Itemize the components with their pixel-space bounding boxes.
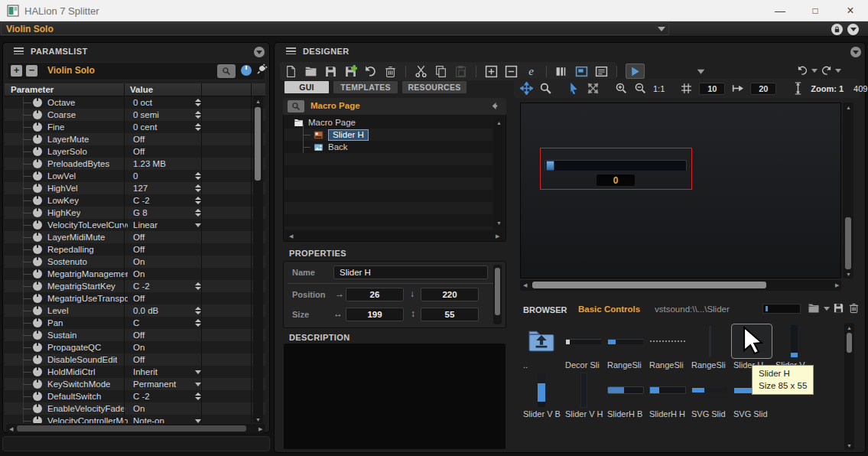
parameter-value[interactable]: On	[133, 268, 145, 280]
stepper-icon[interactable]	[195, 123, 201, 131]
parameter-value[interactable]: Permanent	[133, 378, 176, 390]
browser-scrollbar-thumb[interactable]	[847, 333, 852, 353]
parameter-value[interactable]: Off	[133, 292, 145, 305]
browser-item[interactable]: Slider V H	[564, 373, 606, 419]
canvas-tool-button[interactable]: 1:1	[653, 84, 665, 93]
tree-horizontal-scrollbar[interactable]	[286, 231, 503, 240]
canvas-tool-button[interactable]	[520, 82, 533, 95]
parameter-value[interactable]: Off	[133, 243, 145, 256]
parameter-value[interactable]: 0 oct	[133, 96, 152, 109]
scroll-up-icon[interactable]: ▲	[847, 325, 852, 331]
tab[interactable]: TEMPLATES	[333, 81, 398, 93]
parameter-value[interactable]: Off	[133, 145, 145, 158]
toolbar-button[interactable]	[434, 65, 447, 78]
table-row[interactable]: Pan C	[5, 317, 265, 329]
canvas-tool-button[interactable]	[680, 82, 693, 95]
parameter-value[interactable]: C -2	[133, 390, 150, 402]
tree-vertical-scrollbar[interactable]	[494, 118, 503, 228]
canvas-tool-button[interactable]	[567, 82, 580, 95]
save-icon[interactable]	[833, 302, 844, 314]
position-x-field[interactable]: 26	[346, 288, 404, 301]
table-row[interactable]: HighVel 127	[5, 182, 265, 194]
table-row[interactable]: HoldMidiCtrl Inherit	[5, 366, 265, 378]
tool-value-input[interactable]: 10	[699, 83, 725, 95]
size-height-field[interactable]: 55	[421, 308, 479, 321]
thumbnail-size-slider[interactable]	[762, 304, 801, 314]
toolbar-button[interactable]	[384, 65, 397, 78]
parameter-value[interactable]: Inherit	[133, 366, 158, 378]
canvas-tool-button[interactable]	[731, 82, 744, 95]
canvas-tool-button[interactable]	[792, 82, 805, 95]
scroll-left-icon[interactable]: ◀	[289, 233, 293, 239]
toolbar-button[interactable]	[364, 65, 377, 78]
table-row[interactable]: MegatrigStartKey C -2	[5, 280, 265, 292]
chevron-down-icon[interactable]	[824, 307, 830, 311]
column-header-value[interactable]: Value	[130, 85, 153, 94]
toolbar-button[interactable]	[414, 65, 427, 78]
canvas-vscrollbar-thumb[interactable]	[845, 217, 851, 269]
table-row[interactable]: Level 0.0 dB	[5, 305, 265, 317]
toolbar-button[interactable]	[616, 66, 617, 77]
parameter-value[interactable]: Linear	[133, 219, 158, 231]
parameter-value[interactable]: On	[133, 402, 145, 415]
undo-icon[interactable]	[797, 65, 808, 77]
stepper-icon[interactable]	[195, 172, 201, 180]
parameter-value[interactable]: 0	[133, 170, 138, 182]
scroll-right-icon[interactable]: ▶	[496, 233, 499, 239]
parameter-value[interactable]: On	[133, 341, 145, 353]
canvas-tool-button[interactable]	[539, 82, 552, 95]
table-row[interactable]: LayerSolo Off	[5, 145, 265, 158]
table-row[interactable]: Sostenuto On	[5, 256, 265, 268]
toolbar-button[interactable]	[324, 65, 337, 78]
table-row[interactable]: HighKey G 8	[5, 207, 265, 219]
table-row[interactable]: MegatrigUseTranspose Off	[5, 292, 265, 305]
scroll-left-icon[interactable]: ◀	[9, 426, 13, 432]
toolbar-button[interactable]	[344, 65, 357, 78]
stepper-icon[interactable]	[195, 282, 201, 290]
stepper-icon[interactable]	[195, 197, 201, 204]
window-control-button[interactable]: □	[798, 0, 833, 21]
window-control-button[interactable]: —	[762, 0, 798, 21]
toolbar-button[interactable]	[485, 65, 498, 78]
parameter-value[interactable]: 0.0 dB	[133, 305, 158, 317]
slider-value-box[interactable]: 0	[596, 174, 636, 187]
toolbar-button[interactable]	[546, 66, 547, 77]
table-row[interactable]: LayerMidiMute Off	[5, 231, 265, 243]
parameter-value[interactable]: Note-on	[133, 415, 164, 423]
window-control-button[interactable]: ×	[833, 0, 868, 21]
toolbar-button[interactable]	[555, 65, 568, 78]
tab[interactable]: RESOURCES	[402, 81, 467, 93]
table-row[interactable]: Octave 0 oct	[5, 96, 265, 109]
table-row[interactable]: LowVel 0	[5, 170, 265, 182]
chevron-down-button[interactable]	[847, 24, 859, 35]
program-select-caret-icon[interactable]	[658, 27, 665, 31]
toolbar-button[interactable]	[454, 65, 467, 78]
toolbar-button[interactable]	[626, 64, 645, 79]
browser-item[interactable]: Slider V	[774, 324, 816, 370]
table-row[interactable]: LowKey C -2	[5, 194, 265, 207]
browser-item[interactable]: ..	[522, 324, 564, 370]
stepper-icon[interactable]	[195, 184, 201, 192]
toolbar-button[interactable]	[575, 65, 588, 78]
lock-button[interactable]	[831, 24, 843, 35]
scroll-up-icon[interactable]: ▲	[846, 105, 851, 110]
stepper-icon[interactable]	[195, 392, 201, 400]
toolbar-button[interactable]	[405, 66, 406, 77]
scroll-up-icon[interactable]: ▲	[496, 120, 502, 125]
canvas-tool-button[interactable]	[634, 82, 647, 95]
canvas-tool-button[interactable]: 10	[699, 83, 725, 95]
program-select[interactable]	[1, 22, 669, 35]
scroll-up-icon[interactable]: ▲	[255, 99, 261, 104]
browser-item[interactable]: SliderH B	[606, 373, 648, 419]
browser-category[interactable]: Basic Controls	[578, 305, 640, 314]
tree-search-button[interactable]	[288, 100, 304, 112]
toolbar-button[interactable]	[694, 65, 707, 78]
column-header-parameter[interactable]: Parameter	[11, 85, 54, 94]
toolbar-button[interactable]	[505, 65, 518, 78]
table-row[interactable]: DefaultSwitch C -2	[5, 390, 265, 402]
scroll-right-icon[interactable]: ▶	[258, 426, 262, 432]
properties-scrollbar-thumb[interactable]	[495, 268, 500, 315]
browser-item[interactable]: RangeSli	[648, 324, 690, 370]
stepper-icon[interactable]	[195, 111, 201, 119]
browser-item[interactable]: SliderH H	[648, 373, 690, 419]
